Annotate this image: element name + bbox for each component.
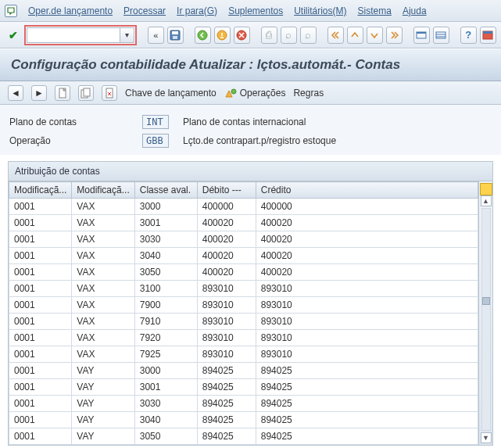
cell[interactable]: 0001 xyxy=(9,428,72,445)
cell[interactable]: VAY xyxy=(72,412,134,428)
scrollbar-thumb[interactable] xyxy=(482,297,490,305)
table-row[interactable]: 0001VAX3001400020400020 xyxy=(9,215,478,231)
cell[interactable]: 894025 xyxy=(256,428,478,445)
cell[interactable]: 894025 xyxy=(256,396,478,412)
cell[interactable]: 894025 xyxy=(256,379,478,396)
cell[interactable]: VAY xyxy=(72,396,134,412)
cell[interactable]: 400020 xyxy=(256,264,478,281)
cell[interactable]: 400020 xyxy=(197,231,256,248)
app-menu-icon[interactable] xyxy=(5,5,17,17)
cell[interactable]: 3050 xyxy=(134,428,197,445)
print-icon[interactable]: ⎙ xyxy=(261,27,277,44)
operations-button[interactable]: Operações xyxy=(224,88,286,99)
table-row[interactable]: 0001VAY3000894025894025 xyxy=(9,363,478,379)
cell[interactable]: 894025 xyxy=(197,396,256,412)
cell[interactable]: VAX xyxy=(72,199,134,215)
page-last-icon[interactable] xyxy=(386,27,403,44)
scroll-down-icon[interactable]: ▼ xyxy=(481,432,492,443)
cell[interactable]: 7920 xyxy=(134,330,197,346)
cell[interactable]: 3030 xyxy=(134,231,197,248)
cell[interactable]: VAY xyxy=(72,379,134,396)
table-row[interactable]: 0001VAX7900893010893010 xyxy=(9,297,478,314)
cell[interactable]: 3000 xyxy=(134,199,197,215)
menu-ajuda[interactable]: Ajuda xyxy=(403,5,427,16)
table-row[interactable]: 0001VAY3030894025894025 xyxy=(9,396,478,412)
copy-icon[interactable] xyxy=(78,85,94,101)
cell[interactable]: 3040 xyxy=(134,248,197,264)
cell[interactable]: 893010 xyxy=(197,330,256,346)
cell[interactable]: VAX xyxy=(72,297,134,314)
cell[interactable]: VAX xyxy=(72,231,134,248)
cell[interactable]: VAX xyxy=(72,346,134,363)
cell[interactable]: VAX xyxy=(72,248,134,264)
cell[interactable]: 0001 xyxy=(9,363,72,379)
page-first-icon[interactable] xyxy=(327,27,344,44)
cell[interactable]: 0001 xyxy=(9,231,72,248)
col-mod1[interactable]: Modificaçã... xyxy=(9,182,72,199)
cancel-icon[interactable] xyxy=(234,27,250,44)
back-icon[interactable] xyxy=(195,27,211,44)
page-down-icon[interactable] xyxy=(367,27,383,44)
cell[interactable]: 3000 xyxy=(134,363,197,379)
table-row[interactable]: 0001VAX7920893010893010 xyxy=(9,330,478,346)
col-class[interactable]: Classe aval. xyxy=(134,182,197,199)
cell[interactable]: 7900 xyxy=(134,297,197,314)
cell[interactable]: 0001 xyxy=(9,264,72,281)
posting-key-button[interactable]: Chave de lançamento xyxy=(125,88,217,99)
cell[interactable]: 0001 xyxy=(9,314,72,330)
table-row[interactable]: 0001VAY3050894025894025 xyxy=(9,428,478,445)
table-row[interactable]: 0001VAY3001894025894025 xyxy=(9,379,478,396)
table-row[interactable]: 0001VAX3040400020400020 xyxy=(9,248,478,264)
cell[interactable]: 3100 xyxy=(134,281,197,297)
cell[interactable]: 400000 xyxy=(197,199,256,215)
cell[interactable]: 400000 xyxy=(256,199,478,215)
cell[interactable]: 894025 xyxy=(197,428,256,445)
cell[interactable]: 0001 xyxy=(9,346,72,363)
help-icon[interactable]: ? xyxy=(460,27,477,44)
cell[interactable]: 893010 xyxy=(197,346,256,363)
cell[interactable]: 400020 xyxy=(256,215,478,231)
layout-icon[interactable] xyxy=(480,27,496,44)
prev-icon[interactable]: ◄ xyxy=(8,85,23,101)
scroll-up-icon[interactable]: ▲ xyxy=(481,195,492,206)
exit-icon[interactable] xyxy=(214,27,231,44)
find-icon[interactable]: ⌕ xyxy=(281,27,297,44)
cell[interactable]: 893010 xyxy=(197,297,256,314)
cell[interactable]: 0001 xyxy=(9,330,72,346)
cell[interactable]: 400020 xyxy=(197,264,256,281)
scrollbar-track[interactable] xyxy=(481,208,491,431)
cell[interactable]: 893010 xyxy=(256,346,478,363)
delete-icon[interactable] xyxy=(102,85,117,101)
cell[interactable]: VAY xyxy=(72,363,134,379)
cell[interactable]: VAY xyxy=(72,428,134,445)
cell[interactable]: 893010 xyxy=(256,281,478,297)
cell[interactable]: 893010 xyxy=(197,314,256,330)
cell[interactable]: 0001 xyxy=(9,396,72,412)
cell[interactable]: 0001 xyxy=(9,412,72,428)
command-dropdown-icon[interactable]: ▾ xyxy=(120,27,134,43)
cell[interactable]: VAX xyxy=(72,281,134,297)
page-up-icon[interactable] xyxy=(347,27,363,44)
cell[interactable]: 7925 xyxy=(134,346,197,363)
cell[interactable]: 0001 xyxy=(9,215,72,231)
save-icon[interactable] xyxy=(167,27,184,44)
cell[interactable]: VAX xyxy=(72,330,134,346)
cell[interactable]: 0001 xyxy=(9,297,72,314)
cell[interactable]: VAX xyxy=(72,264,134,281)
cell[interactable]: VAX xyxy=(72,314,134,330)
cell[interactable]: 3050 xyxy=(134,264,197,281)
cell[interactable]: 894025 xyxy=(256,412,478,428)
cell[interactable]: 894025 xyxy=(197,379,256,396)
cell[interactable]: 893010 xyxy=(256,330,478,346)
table-row[interactable]: 0001VAX3030400020400020 xyxy=(9,231,478,248)
cell[interactable]: VAX xyxy=(72,215,134,231)
new-session-icon[interactable] xyxy=(413,27,430,44)
cell[interactable]: 894025 xyxy=(197,363,256,379)
enter-icon[interactable]: ✔ xyxy=(5,27,21,44)
rules-button[interactable]: Regras xyxy=(293,88,324,99)
cell[interactable]: 894025 xyxy=(256,363,478,379)
next-icon[interactable]: ► xyxy=(31,85,47,101)
table-row[interactable]: 0001VAX3000400000400000 xyxy=(9,199,478,215)
find-next-icon[interactable]: ⌕ xyxy=(300,27,317,44)
col-mod2[interactable]: Modificaçã... xyxy=(72,182,134,199)
